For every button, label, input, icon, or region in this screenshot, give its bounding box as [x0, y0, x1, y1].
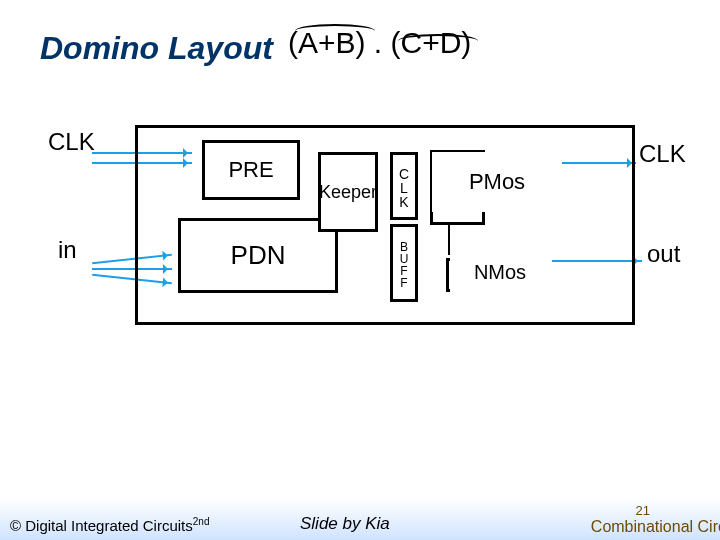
- page-title: Domino Layout: [40, 30, 273, 67]
- page-number: 21: [636, 503, 650, 518]
- connector-pmos-nmos: [448, 225, 450, 255]
- label-out: out: [647, 240, 680, 268]
- box-pre: PRE: [202, 140, 300, 200]
- slide-by-text: Slide by Kia: [300, 514, 390, 534]
- label-in: in: [58, 236, 77, 264]
- label-clk-left: CLK: [48, 128, 95, 156]
- box-keeper: Keeper: [318, 152, 378, 232]
- box-clk-vertical: C L K: [390, 152, 418, 220]
- slide: Domino Layout (A+B) . (C+D) CLK in CLK o…: [0, 0, 720, 540]
- copyright-sup: 2nd: [193, 516, 210, 527]
- section-label: Combinational Circ: [591, 518, 720, 536]
- label-nmos: NMos: [450, 252, 550, 292]
- expression-text: (A+B) . (C+D): [288, 26, 471, 60]
- outer-top: [135, 125, 635, 128]
- outer-bottom: [135, 322, 635, 325]
- outer-left: [135, 125, 138, 325]
- box-buff-vertical: B U F F: [390, 224, 418, 302]
- label-clk-right: CLK: [639, 140, 686, 168]
- copyright-pre: © Digital Integrated Circuits: [10, 517, 193, 534]
- copyright-text: © Digital Integrated Circuits2nd: [10, 516, 209, 534]
- label-pmos: PMos: [432, 152, 562, 212]
- box-pdn: PDN: [178, 218, 338, 293]
- outer-right: [632, 125, 635, 325]
